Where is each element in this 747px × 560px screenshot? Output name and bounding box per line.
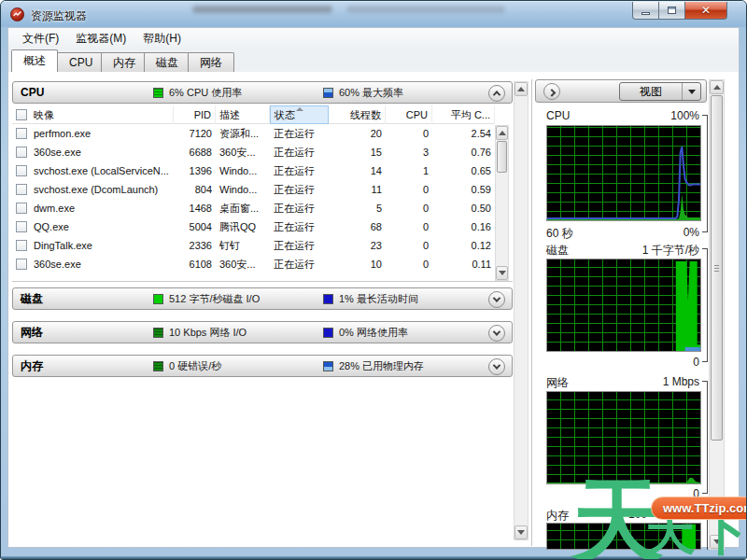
- minimize-button[interactable]: [632, 2, 659, 20]
- maximize-button[interactable]: [659, 2, 684, 20]
- column-header-desc[interactable]: 描述: [216, 105, 270, 124]
- menu-monitor[interactable]: 监视器(M): [67, 28, 134, 49]
- cell-status: 正在运行: [270, 255, 329, 273]
- sort-asc-icon: [296, 107, 303, 111]
- expand-memory-button[interactable]: [488, 358, 505, 375]
- process-row[interactable]: DingTalk.exe2336钉钉正在运行2300.12: [12, 236, 495, 255]
- row-checkbox[interactable]: [16, 221, 27, 232]
- left-panel-scrollbar[interactable]: [514, 81, 529, 540]
- section-network-title: 网络: [21, 325, 142, 341]
- scroll-up-button[interactable]: [514, 82, 528, 96]
- row-checkbox[interactable]: [16, 240, 27, 251]
- process-table-scrollbar[interactable]: [495, 125, 509, 281]
- scroll-up-button[interactable]: [496, 126, 508, 140]
- column-header-pid[interactable]: PID: [174, 105, 216, 124]
- close-button[interactable]: ✕: [684, 2, 727, 20]
- triangle-down-icon: [517, 530, 525, 535]
- cpu-scale-top: 100%: [608, 109, 699, 122]
- column-header-status[interactable]: 状态: [270, 105, 329, 124]
- scroll-down-button[interactable]: [496, 266, 508, 280]
- section-cpu-header[interactable]: CPU 6% CPU 使用率 60% 最大频率: [12, 81, 513, 104]
- section-disk-header[interactable]: 磁盘 512 字节/秒磁盘 I/O 1% 最长活动时间: [12, 287, 513, 310]
- disk-active-icon: [323, 294, 333, 304]
- network-graph: [546, 391, 701, 484]
- disk-graph: [546, 259, 701, 352]
- right-panel-scrollbar[interactable]: [709, 79, 725, 550]
- cell-desc: 360安...: [216, 255, 270, 273]
- scrollbar-thumb[interactable]: [711, 95, 723, 441]
- cpu-time-label: 60 秒: [546, 226, 573, 242]
- cell-desc: 腾讯QQ: [216, 217, 270, 236]
- network-usage-stat: 0% 网络使用率: [339, 326, 408, 340]
- scroll-down-button[interactable]: [514, 525, 528, 539]
- process-row[interactable]: dwm.exe1468桌面窗...正在运行500.50: [12, 199, 495, 217]
- column-header-image[interactable]: 映像: [12, 105, 174, 124]
- section-memory-header[interactable]: 内存 0 硬错误/秒 28% 已用物理内存: [12, 355, 513, 377]
- tab-network[interactable]: 网络: [188, 52, 234, 72]
- cell-avg: 0.11: [432, 255, 495, 273]
- column-header-cpu[interactable]: CPU: [386, 105, 432, 124]
- collapse-cpu-button[interactable]: [488, 85, 505, 102]
- cell-threads: 10: [329, 255, 386, 273]
- row-checkbox[interactable]: [16, 165, 27, 176]
- cell-pid: 1468: [174, 199, 216, 217]
- cell-threads: 11: [329, 180, 386, 199]
- row-checkbox[interactable]: [16, 128, 27, 139]
- cell-avg: 2.54: [432, 124, 495, 143]
- process-row[interactable]: perfmon.exe7120资源和...正在运行2002.54: [12, 124, 495, 143]
- process-row[interactable]: svchost.exe (LocalServiceN...1396Windo..…: [12, 161, 495, 180]
- tab-memory[interactable]: 内存: [101, 52, 148, 72]
- cell-threads: 14: [329, 161, 386, 180]
- select-all-checkbox[interactable]: [16, 109, 27, 120]
- view-dropdown-button[interactable]: [682, 83, 700, 100]
- network-io-icon: [153, 328, 163, 338]
- right-panel-header: 视图: [535, 79, 707, 103]
- scrollbar-thumb[interactable]: [497, 141, 507, 173]
- cell-cpu: 0: [386, 124, 432, 143]
- maximize-icon: [668, 7, 676, 14]
- triangle-down-icon: [713, 539, 721, 544]
- menu-file[interactable]: 文件(F): [14, 28, 67, 49]
- row-checkbox[interactable]: [16, 147, 27, 158]
- process-row[interactable]: svchost.exe (DcomLaunch)804Windo...正在运行1…: [12, 180, 495, 199]
- process-row[interactable]: 360se.exe6108360安...正在运行1000.11: [12, 255, 495, 273]
- row-checkbox[interactable]: [16, 259, 27, 270]
- process-row[interactable]: 360se.exe6688360安...正在运行1530.76: [12, 143, 495, 161]
- memory-faults-icon: [153, 361, 163, 371]
- cell-desc: Windo...: [216, 180, 270, 199]
- column-header-avg[interactable]: 平均 C...: [432, 105, 495, 124]
- cell-pid: 6688: [174, 143, 216, 161]
- cell-avg: 0.76: [432, 143, 495, 161]
- scroll-down-button[interactable]: [710, 535, 724, 549]
- cell-cpu: 1: [386, 161, 432, 180]
- tab-disk[interactable]: 磁盘: [144, 52, 190, 72]
- chevron-right-icon: [548, 89, 556, 96]
- expand-network-button[interactable]: [488, 325, 505, 342]
- row-checkbox[interactable]: [16, 203, 27, 214]
- section-network-header[interactable]: 网络 10 Kbps 网络 I/O 0% 网络使用率: [12, 321, 513, 343]
- network-io-stat: 10 Kbps 网络 I/O: [169, 326, 247, 340]
- view-button[interactable]: 视图: [619, 82, 701, 101]
- memory-graph-label: 内存: [546, 508, 569, 524]
- process-row[interactable]: QQ.exe5004腾讯QQ正在运行6800.16: [12, 217, 495, 236]
- expand-disk-button[interactable]: [488, 291, 505, 308]
- menu-help[interactable]: 帮助(H): [134, 28, 190, 49]
- cell-image: QQ.exe: [12, 217, 174, 236]
- column-header-threads[interactable]: 线程数: [329, 105, 386, 124]
- cell-image: 360se.exe: [12, 143, 174, 161]
- scroll-up-button[interactable]: [710, 80, 724, 94]
- cell-threads: 15: [329, 143, 386, 161]
- cell-pid: 7120: [174, 124, 216, 143]
- cell-image: perfmon.exe: [12, 124, 174, 143]
- tab-cpu[interactable]: CPU: [57, 52, 105, 72]
- triangle-up-icon: [517, 87, 525, 91]
- tab-overview[interactable]: 概述: [11, 49, 58, 72]
- row-checkbox[interactable]: [16, 184, 27, 195]
- cell-status: 正在运行: [270, 217, 329, 236]
- collapse-panel-button[interactable]: [543, 83, 560, 100]
- titlebar[interactable]: 资源监视器 ✕: [1, 1, 746, 27]
- view-button-label[interactable]: 视图: [620, 83, 682, 100]
- cell-status: 正在运行: [270, 180, 329, 199]
- cell-cpu: 0: [386, 217, 432, 236]
- chevron-down-icon: [493, 294, 500, 301]
